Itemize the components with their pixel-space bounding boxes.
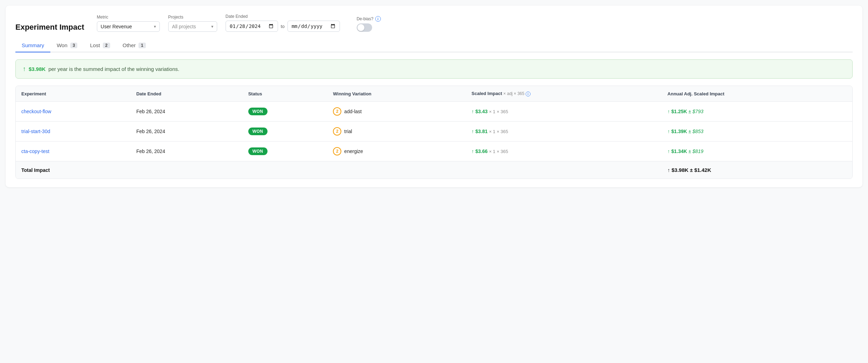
metric-label: Metric — [97, 15, 160, 20]
th-scaled-impact: Scaled Impact × adj × 365 i — [466, 86, 662, 102]
total-row: Total Impact ↑ $3.98K ± $1.42K — [16, 161, 852, 179]
th-winning-variation: Winning Variation — [327, 86, 466, 102]
th-status: Status — [243, 86, 328, 102]
variation-badge: 2 — [333, 107, 341, 116]
table-header-row: Experiment Date Ended Status Winning Var… — [16, 86, 852, 102]
up-arrow-icon: ↑ — [668, 148, 671, 154]
tab-won-label: Won — [57, 42, 67, 48]
up-arrow-icon: ↑ — [668, 129, 671, 134]
tab-won-badge: 3 — [70, 43, 78, 48]
projects-select[interactable]: All projects ▾ — [168, 21, 217, 32]
metric-select[interactable]: User Revenue ▾ — [97, 21, 160, 32]
date-start-input[interactable] — [226, 21, 278, 32]
variation-name: add-last — [344, 109, 362, 114]
experiments-table: Experiment Date Ended Status Winning Var… — [15, 86, 853, 179]
up-arrow-icon: ↑ — [471, 129, 475, 134]
tab-other-label: Other — [123, 42, 136, 48]
variation-badge: 2 — [333, 147, 341, 155]
tabs-row: Summary Won 3 Lost 2 Other 1 — [15, 39, 853, 52]
annual-impact-cell: ↑ $1.25K ± $793 — [662, 102, 852, 122]
experiment-link-checkout-flow[interactable]: checkout-flow — [21, 109, 51, 114]
variation-cell: 2 energize — [333, 147, 460, 155]
tab-won[interactable]: Won 3 — [50, 39, 84, 52]
scaled-impact-cell: ↑ $3.81 × 1 × 365 — [466, 122, 662, 141]
debias-info-icon[interactable]: i — [375, 16, 381, 22]
up-arrow-icon: ↑ — [471, 148, 475, 154]
metric-value: User Revenue — [101, 24, 152, 29]
banner-text: per year is the summed impact of the win… — [48, 66, 179, 72]
table-row: checkout-flow Feb 26, 2024 WON 2 add-las… — [16, 102, 852, 122]
up-arrow-icon: ↑ — [668, 109, 671, 114]
date-ended-cell: Feb 26, 2024 — [131, 122, 243, 141]
page-title: Experiment Impact — [15, 23, 84, 32]
date-ended-label: Date Ended — [226, 14, 340, 19]
projects-label: Projects — [168, 15, 217, 20]
th-experiment: Experiment — [16, 86, 131, 102]
th-date-ended: Date Ended — [131, 86, 243, 102]
total-empty-2 — [243, 161, 328, 179]
experiment-link-cta-copy[interactable]: cta-copy-test — [21, 148, 49, 154]
tab-lost-label: Lost — [90, 42, 100, 48]
debias-toggle[interactable] — [357, 23, 372, 32]
tab-lost-badge: 2 — [103, 43, 110, 48]
banner-amount: $3.98K — [29, 66, 45, 72]
th-annual-impact: Annual Adj. Scaled Impact — [662, 86, 852, 102]
tab-other[interactable]: Other 1 — [116, 39, 152, 52]
total-empty-3 — [327, 161, 466, 179]
summary-banner: ↑ $3.98K per year is the summed impact o… — [15, 59, 853, 79]
date-to-label: to — [281, 24, 285, 29]
total-empty-1 — [131, 161, 243, 179]
total-label: Total Impact — [16, 161, 131, 179]
date-end-input[interactable] — [287, 21, 340, 32]
debias-label: De-bias? — [357, 16, 373, 21]
tab-summary[interactable]: Summary — [15, 39, 50, 52]
annual-impact-cell: ↑ $1.39K ± $853 — [662, 122, 852, 141]
chevron-down-icon: ▾ — [154, 24, 156, 29]
scaled-impact-cell: ↑ $3.43 × 1 × 365 — [466, 102, 662, 122]
won-badge: WON — [248, 128, 268, 135]
scaled-impact-cell: ↑ $3.66 × 1 × 365 — [466, 141, 662, 161]
projects-value: All projects — [172, 24, 209, 29]
total-impact-value: ↑ $3.98K ± $1.42K — [662, 161, 852, 179]
total-empty-4 — [466, 161, 662, 179]
tab-summary-label: Summary — [22, 42, 44, 48]
banner-arrow-icon: ↑ — [23, 65, 26, 73]
variation-badge: 2 — [333, 127, 341, 136]
experiment-link-trial-start[interactable]: trial-start-30d — [21, 129, 50, 134]
annual-impact-cell: ↑ $1.34K ± $819 — [662, 141, 852, 161]
tab-lost[interactable]: Lost 2 — [84, 39, 116, 52]
table-row: cta-copy-test Feb 26, 2024 WON 2 energiz… — [16, 141, 852, 161]
date-ended-cell: Feb 26, 2024 — [131, 102, 243, 122]
variation-cell: 2 trial — [333, 127, 460, 136]
chevron-down-icon: ▾ — [211, 24, 213, 29]
variation-name: energize — [344, 148, 363, 154]
variation-name: trial — [344, 129, 352, 134]
variation-cell: 2 add-last — [333, 107, 460, 116]
tab-other-badge: 1 — [138, 43, 146, 48]
won-badge: WON — [248, 108, 268, 115]
date-ended-cell: Feb 26, 2024 — [131, 141, 243, 161]
up-arrow-icon: ↑ — [471, 109, 475, 114]
won-badge: WON — [248, 147, 268, 155]
table-row: trial-start-30d Feb 26, 2024 WON 2 trial… — [16, 122, 852, 141]
